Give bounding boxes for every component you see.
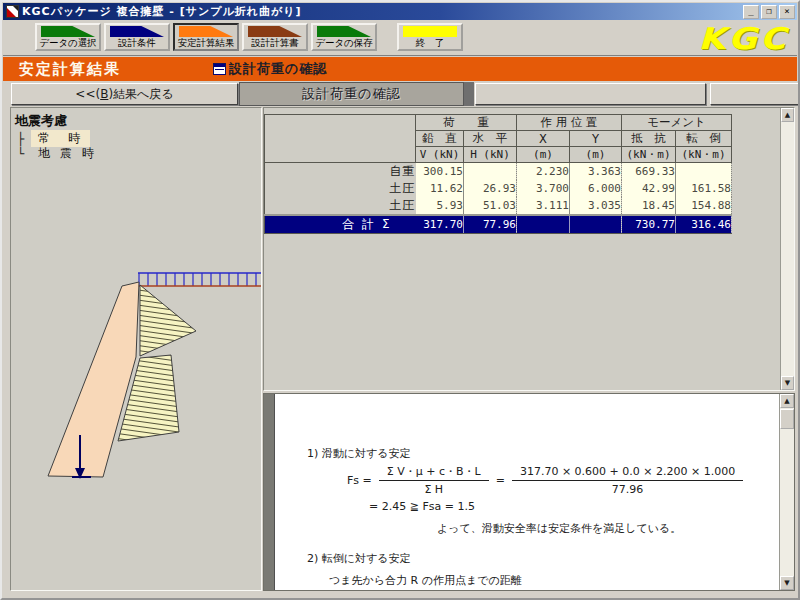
kgc-logo: KGC — [698, 21, 789, 56]
unit-x: (m) — [517, 147, 570, 163]
sliding-formula: Fs =Σ V・μ + c・B・LΣ H=317.70 × 0.600 + 0.… — [347, 464, 779, 497]
back-to-results-button[interactable]: <<(B)結果へ戻る — [11, 83, 238, 105]
scroll-down-icon[interactable]: ▼ — [781, 376, 794, 390]
toolbar: データの選択 設計条件 安定計算結果 設計計算書 データの保存 終 了 KGC — [3, 20, 797, 56]
calc-report-text: 1) 滑動に対する安定 Fs =Σ V・μ + c・B・LΣ H=317.70 … — [275, 394, 779, 590]
main-area: 地震考慮 ├ 常 時 └ 地 震 時 — [2, 107, 798, 593]
retaining-wall-diagram — [11, 108, 262, 574]
scroll-thumb[interactable] — [780, 409, 794, 429]
design-load-confirm-tab[interactable]: 設計荷重の確認 — [239, 82, 464, 106]
nav-separator — [464, 82, 474, 106]
col-header-vertical: 鉛 直 — [416, 131, 464, 147]
toolbar-button-design-conditions[interactable]: 設計条件 — [104, 23, 170, 51]
calc-scrollbar[interactable]: ▲ ▼ — [779, 394, 794, 590]
toolbar-button-save-data[interactable]: データの保存 — [311, 23, 377, 51]
table-window-icon — [213, 63, 226, 75]
sliding-result: = 2.45 ≧ Fsa = 1.5 — [369, 499, 779, 514]
wall-body — [48, 282, 139, 477]
table-row: 自重 300.15 2.230 3.363 669.33 — [265, 163, 732, 181]
unit-overturning: (kN・m) — [676, 147, 732, 163]
toolbar-button-stability-results[interactable]: 安定計算結果 — [173, 23, 239, 51]
close-button[interactable]: × — [779, 5, 795, 19]
nav-row: <<(B)結果へ戻る 設計荷重の確認 — [3, 81, 797, 107]
col-header-x: X — [517, 131, 570, 147]
green-flag-icon — [317, 26, 371, 37]
toolbar-button-calc-report[interactable]: 設計計算書 — [242, 23, 308, 51]
table-total-row: 合 計 Σ 317.70 77.96 730.77 316.46 — [265, 215, 732, 234]
minimize-button[interactable]: _ — [743, 5, 759, 19]
subsection-title: 設計荷重の確認 — [229, 60, 327, 78]
section-header-band: 安定計算結果 設計荷重の確認 — [3, 57, 797, 81]
panel-left-strip — [264, 394, 275, 590]
scroll-down-icon[interactable]: ▼ — [780, 576, 794, 590]
table-row: 土圧 5.93 51.03 3.111 3.035 18.45 154.88 — [265, 197, 732, 215]
yellow-rect-icon — [403, 26, 457, 37]
navy-flag-icon — [110, 26, 164, 37]
blank-button-2[interactable] — [710, 83, 799, 105]
group-header-moment: モーメント — [622, 115, 732, 131]
section-title: 安定計算結果 — [19, 60, 121, 79]
title-bar: KGCパッケージ 複合擁壁 - [サンプル折れ曲がり] _ ❐ × — [3, 3, 797, 20]
col-header-horizontal: 水 平 — [464, 131, 517, 147]
group-header-load: 荷 重 — [416, 115, 517, 131]
restore-button[interactable]: ❐ — [761, 5, 777, 19]
green-flag-icon — [41, 26, 95, 37]
toolbar-button-exit[interactable]: 終 了 — [397, 23, 463, 51]
unit-vertical: V (kN) — [416, 147, 464, 163]
sliding-conclusion: よって、滑動安全率は安定条件を満足している。 — [437, 521, 779, 536]
group-header-position: 作 用 位 置 — [517, 115, 622, 131]
toolbar-button-data-select[interactable]: データの選択 — [35, 23, 101, 51]
window-title: KGCパッケージ 複合擁壁 - [サンプル折れ曲がり] — [22, 4, 741, 19]
table-row: 土圧 11.62 26.93 3.700 6.000 42.99 161.58 — [265, 180, 732, 197]
col-header-overturning: 転 倒 — [676, 131, 732, 147]
overturning-sub1: つま先から合力 R の作用点までの距離 — [329, 573, 779, 588]
orange-flag-icon — [179, 26, 233, 37]
overturning-title: 2) 転倒に対する安定 — [307, 551, 779, 566]
surcharge-ticks — [139, 273, 256, 286]
col-header-resisting: 抵 抗 — [622, 131, 676, 147]
sidebar-panel: 地震考慮 ├ 常 時 └ 地 震 時 — [10, 107, 262, 591]
load-table-panel: 荷 重 作 用 位 置 モーメント 鉛 直 水 平 X Y 抵 抗 転 倒 V … — [263, 107, 795, 391]
col-header-y: Y — [570, 131, 622, 147]
blank-button-1[interactable] — [475, 83, 706, 105]
app-icon — [6, 5, 19, 18]
unit-horizontal: H (kN) — [464, 147, 517, 163]
subsection: 設計荷重の確認 — [213, 60, 327, 78]
upper-pressure-triangle — [140, 285, 196, 356]
scroll-up-icon[interactable]: ▲ — [781, 108, 794, 122]
app-window: KGCパッケージ 複合擁壁 - [サンプル折れ曲がり] _ ❐ × データの選択… — [0, 0, 800, 600]
design-load-table: 荷 重 作 用 位 置 モーメント 鉛 直 水 平 X Y 抵 抗 転 倒 V … — [264, 114, 732, 234]
brown-flag-icon — [248, 26, 302, 37]
unit-y: (m) — [570, 147, 622, 163]
table-scrollbar[interactable]: ▲ ▼ — [780, 108, 794, 390]
sliding-title: 1) 滑動に対する安定 — [307, 446, 779, 461]
scroll-up-icon[interactable]: ▲ — [780, 394, 794, 408]
calc-report-panel: 1) 滑動に対する安定 Fs =Σ V・μ + c・B・LΣ H=317.70 … — [263, 393, 795, 591]
unit-resisting: (kN・m) — [622, 147, 676, 163]
